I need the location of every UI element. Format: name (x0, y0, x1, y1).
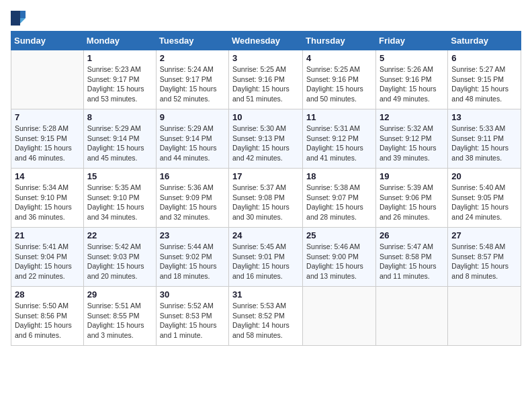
calendar-week-3: 14Sunrise: 5:34 AMSunset: 9:10 PMDayligh… (11, 169, 521, 228)
cell-info: Sunrise: 5:29 AMSunset: 9:14 PMDaylight:… (160, 124, 225, 163)
header (11, 11, 521, 26)
calendar-cell: 10Sunrise: 5:30 AMSunset: 9:13 PMDayligh… (229, 109, 303, 169)
cell-info: Sunrise: 5:41 AMSunset: 9:04 PMDaylight:… (15, 242, 80, 281)
day-number: 11 (306, 112, 372, 122)
header-saturday: Saturday (448, 32, 521, 50)
day-number: 16 (160, 171, 225, 181)
cell-info: Sunrise: 5:32 AMSunset: 9:12 PMDaylight:… (380, 124, 444, 163)
day-number: 12 (380, 112, 444, 122)
calendar-cell: 22Sunrise: 5:42 AMSunset: 9:03 PMDayligh… (83, 228, 156, 287)
calendar-cell: 7Sunrise: 5:28 AMSunset: 9:15 PMDaylight… (11, 109, 84, 169)
day-number: 31 (232, 289, 299, 300)
cell-info: Sunrise: 5:31 AMSunset: 9:12 PMDaylight:… (306, 124, 372, 163)
cell-info: Sunrise: 5:40 AMSunset: 9:05 PMDaylight:… (451, 183, 517, 222)
cell-info: Sunrise: 5:23 AMSunset: 9:17 PMDaylight:… (87, 64, 152, 104)
day-number: 18 (306, 171, 372, 181)
day-number: 10 (232, 112, 299, 122)
calendar-cell: 5Sunrise: 5:26 AMSunset: 9:16 PMDaylight… (375, 50, 447, 109)
calendar-cell (448, 287, 521, 346)
calendar-cell: 2Sunrise: 5:24 AMSunset: 9:17 PMDaylight… (156, 50, 228, 109)
calendar-cell: 9Sunrise: 5:29 AMSunset: 9:14 PMDaylight… (156, 109, 228, 169)
calendar-cell: 26Sunrise: 5:47 AMSunset: 8:58 PMDayligh… (375, 228, 447, 287)
day-number: 6 (451, 53, 517, 63)
calendar-cell: 15Sunrise: 5:35 AMSunset: 9:10 PMDayligh… (83, 169, 156, 228)
day-number: 15 (87, 171, 152, 181)
day-number: 23 (160, 230, 225, 240)
calendar-cell (375, 287, 447, 346)
day-number: 24 (232, 230, 299, 240)
cell-info: Sunrise: 5:29 AMSunset: 9:14 PMDaylight:… (87, 124, 152, 163)
cell-info: Sunrise: 5:24 AMSunset: 9:17 PMDaylight:… (160, 64, 225, 104)
day-number: 14 (15, 171, 80, 181)
day-number: 4 (306, 53, 372, 63)
calendar-table: SundayMondayTuesdayWednesdayThursdayFrid… (11, 31, 521, 346)
calendar-cell: 19Sunrise: 5:39 AMSunset: 9:06 PMDayligh… (375, 169, 447, 228)
cell-info: Sunrise: 5:34 AMSunset: 9:10 PMDaylight:… (15, 183, 80, 222)
calendar-week-1: 1Sunrise: 5:23 AMSunset: 9:17 PMDaylight… (11, 50, 521, 109)
day-number: 25 (306, 230, 372, 240)
calendar-cell: 8Sunrise: 5:29 AMSunset: 9:14 PMDaylight… (83, 109, 156, 169)
cell-info: Sunrise: 5:25 AMSunset: 9:16 PMDaylight:… (306, 64, 372, 104)
logo-icon (11, 11, 26, 26)
calendar-cell: 30Sunrise: 5:52 AMSunset: 8:53 PMDayligh… (156, 287, 228, 346)
calendar-cell: 16Sunrise: 5:36 AMSunset: 9:09 PMDayligh… (156, 169, 228, 228)
cell-info: Sunrise: 5:36 AMSunset: 9:09 PMDaylight:… (160, 183, 225, 222)
calendar-cell: 6Sunrise: 5:27 AMSunset: 9:15 PMDaylight… (448, 50, 521, 109)
day-number: 3 (232, 53, 299, 63)
header-tuesday: Tuesday (156, 32, 228, 50)
calendar-cell: 12Sunrise: 5:32 AMSunset: 9:12 PMDayligh… (375, 109, 447, 169)
calendar-cell: 4Sunrise: 5:25 AMSunset: 9:16 PMDaylight… (303, 50, 376, 109)
svg-rect-1 (20, 11, 26, 18)
cell-info: Sunrise: 5:38 AMSunset: 9:07 PMDaylight:… (306, 183, 372, 222)
header-thursday: Thursday (303, 32, 376, 50)
calendar-cell: 13Sunrise: 5:33 AMSunset: 9:11 PMDayligh… (448, 109, 521, 169)
header-monday: Monday (83, 32, 156, 50)
cell-info: Sunrise: 5:37 AMSunset: 9:08 PMDaylight:… (232, 183, 299, 222)
cell-info: Sunrise: 5:42 AMSunset: 9:03 PMDaylight:… (87, 242, 152, 281)
header-friday: Friday (375, 32, 447, 50)
day-number: 30 (160, 289, 225, 300)
calendar-cell: 28Sunrise: 5:50 AMSunset: 8:56 PMDayligh… (11, 287, 84, 346)
calendar-cell: 11Sunrise: 5:31 AMSunset: 9:12 PMDayligh… (303, 109, 376, 169)
calendar-cell (303, 287, 376, 346)
cell-info: Sunrise: 5:53 AMSunset: 8:52 PMDaylight:… (232, 301, 299, 340)
calendar-cell: 27Sunrise: 5:48 AMSunset: 8:57 PMDayligh… (448, 228, 521, 287)
calendar-cell: 18Sunrise: 5:38 AMSunset: 9:07 PMDayligh… (303, 169, 376, 228)
day-number: 7 (15, 112, 80, 122)
cell-info: Sunrise: 5:51 AMSunset: 8:55 PMDaylight:… (87, 301, 152, 340)
calendar-cell: 20Sunrise: 5:40 AMSunset: 9:05 PMDayligh… (448, 169, 521, 228)
calendar-cell (11, 50, 84, 109)
calendar-header-row: SundayMondayTuesdayWednesdayThursdayFrid… (11, 32, 521, 50)
cell-info: Sunrise: 5:44 AMSunset: 9:02 PMDaylight:… (160, 242, 225, 281)
day-number: 8 (87, 112, 152, 122)
cell-info: Sunrise: 5:33 AMSunset: 9:11 PMDaylight:… (451, 124, 517, 163)
calendar-cell: 31Sunrise: 5:53 AMSunset: 8:52 PMDayligh… (229, 287, 303, 346)
cell-info: Sunrise: 5:30 AMSunset: 9:13 PMDaylight:… (232, 124, 299, 163)
day-number: 1 (87, 53, 152, 63)
logo (11, 11, 28, 26)
cell-info: Sunrise: 5:25 AMSunset: 9:16 PMDaylight:… (232, 64, 299, 104)
day-number: 17 (232, 171, 299, 181)
cell-info: Sunrise: 5:27 AMSunset: 9:15 PMDaylight:… (451, 64, 517, 104)
day-number: 5 (380, 53, 444, 63)
day-number: 29 (87, 289, 152, 300)
day-number: 2 (160, 53, 225, 63)
day-number: 28 (15, 289, 80, 300)
calendar-week-5: 28Sunrise: 5:50 AMSunset: 8:56 PMDayligh… (11, 287, 521, 346)
calendar-cell: 24Sunrise: 5:45 AMSunset: 9:01 PMDayligh… (229, 228, 303, 287)
calendar-cell: 25Sunrise: 5:46 AMSunset: 9:00 PMDayligh… (303, 228, 376, 287)
calendar-week-2: 7Sunrise: 5:28 AMSunset: 9:15 PMDaylight… (11, 109, 521, 169)
cell-info: Sunrise: 5:47 AMSunset: 8:58 PMDaylight:… (380, 242, 444, 281)
cell-info: Sunrise: 5:50 AMSunset: 8:56 PMDaylight:… (15, 301, 80, 340)
cell-info: Sunrise: 5:28 AMSunset: 9:15 PMDaylight:… (15, 124, 80, 163)
header-wednesday: Wednesday (229, 32, 303, 50)
svg-rect-0 (11, 11, 20, 26)
calendar-cell: 21Sunrise: 5:41 AMSunset: 9:04 PMDayligh… (11, 228, 84, 287)
header-sunday: Sunday (11, 32, 84, 50)
day-number: 21 (15, 230, 80, 240)
calendar-cell: 3Sunrise: 5:25 AMSunset: 9:16 PMDaylight… (229, 50, 303, 109)
calendar-cell: 17Sunrise: 5:37 AMSunset: 9:08 PMDayligh… (229, 169, 303, 228)
calendar-cell: 29Sunrise: 5:51 AMSunset: 8:55 PMDayligh… (83, 287, 156, 346)
day-number: 19 (380, 171, 444, 181)
cell-info: Sunrise: 5:46 AMSunset: 9:00 PMDaylight:… (306, 242, 372, 281)
